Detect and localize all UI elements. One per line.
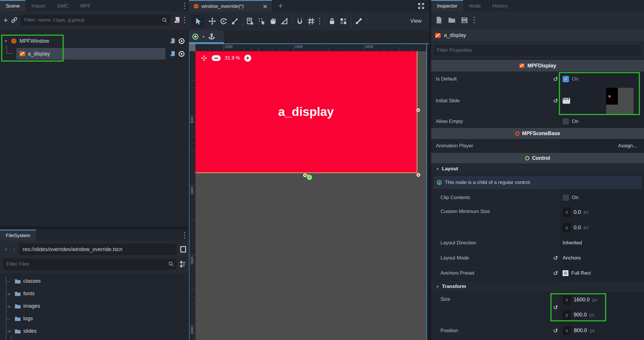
is-default-checkbox[interactable] (563, 76, 569, 82)
inspector-menu-icon[interactable] (473, 17, 475, 23)
visibility-eye-icon[interactable] (178, 38, 185, 44)
size-x-field[interactable]: x 1600.0 px (560, 292, 644, 307)
pan-tool-icon[interactable] (269, 17, 277, 25)
nav-back-icon[interactable]: ‹ (3, 245, 9, 253)
new-scene-tab-button[interactable]: + (272, 0, 289, 12)
initial-slide-thumbnail[interactable] (606, 88, 634, 114)
load-resource-folder-icon[interactable] (448, 16, 456, 24)
tab-mpf[interactable]: MPF (74, 0, 97, 11)
group-transform[interactable]: ▾ Transform (431, 281, 644, 292)
scene-tree: ▾ MPFWindow (0, 29, 189, 226)
revert-icon[interactable]: ↺ (553, 76, 558, 83)
revert-icon[interactable]: ↺ (553, 304, 558, 311)
new-resource-icon[interactable] (435, 16, 443, 24)
folder-row-classes[interactable]: classes (0, 275, 189, 287)
revert-icon[interactable]: ↺ (553, 255, 558, 262)
clip-contents-checkbox[interactable] (563, 194, 569, 201)
folder-row-images[interactable]: ▸ images (0, 300, 189, 312)
tab-inspector[interactable]: Inspector (431, 0, 463, 11)
tab-import[interactable]: Import (26, 0, 51, 11)
snap-options-menu-icon[interactable] (319, 18, 320, 24)
chevron-right-icon[interactable]: ▸ (7, 291, 12, 296)
visibility-eye-icon[interactable] (178, 51, 185, 57)
move-tool-icon[interactable] (208, 17, 216, 25)
revert-icon[interactable]: ↺ (553, 97, 558, 104)
assign-button[interactable]: Assign... (618, 143, 641, 149)
ruler-tool-icon[interactable] (281, 17, 288, 25)
canvas-area[interactable]: a_display 31.9 % (195, 51, 426, 340)
chevron-right-icon[interactable]: ▸ (7, 304, 12, 309)
zoom-in-button[interactable] (244, 55, 251, 62)
cms-x-field[interactable]: x 0.0 px (560, 205, 644, 220)
pivot-handle[interactable] (306, 174, 313, 180)
sort-files-icon[interactable] (179, 261, 186, 268)
chevron-down-icon[interactable]: ▾ (7, 329, 12, 334)
folder-row-logs[interactable]: logs (0, 312, 189, 325)
smart-snap-icon[interactable] (296, 17, 304, 25)
layout-mode-dropdown[interactable]: Anchors (560, 250, 644, 265)
bone-icon[interactable] (355, 17, 363, 25)
script-icon-blue[interactable] (170, 51, 176, 57)
zoom-controls: 31.9 % (201, 55, 251, 62)
chevron-down-icon[interactable]: ▾ (3, 39, 8, 43)
view-menu-button[interactable]: View (410, 18, 422, 24)
scene-tree-menu-icon[interactable] (184, 17, 185, 23)
detach-script-icon[interactable]: x (173, 16, 181, 24)
save-resource-icon[interactable] (461, 17, 468, 24)
rotate-tool-icon[interactable] (220, 17, 227, 25)
center-view-icon[interactable] (201, 55, 208, 62)
layout-direction-dropdown[interactable]: Inherited (560, 235, 644, 250)
scene-filter-input[interactable] (21, 15, 170, 26)
list-select-tool-icon[interactable] (247, 17, 254, 25)
current-path-field[interactable] (19, 244, 177, 255)
resize-handle-bottom-right[interactable] (417, 173, 420, 177)
inspector-tabbar: Inspector Node History (431, 0, 644, 11)
inspector-properties: MPFDisplay Is Default ↺ On Initial Slide… (431, 58, 644, 340)
folder-icon (15, 328, 21, 334)
selected-row-highlight[interactable]: a_display (16, 48, 165, 60)
folder-row-fonts[interactable]: ▸ fonts (0, 287, 189, 300)
chevron-down-icon[interactable]: ▾ (201, 34, 206, 39)
tab-history[interactable]: History (487, 0, 514, 11)
group-layout[interactable]: ▾ Layout (431, 163, 644, 174)
filesystem-menu-icon[interactable] (184, 232, 185, 239)
folder-row-slides[interactable]: ▾ slides (0, 325, 189, 337)
close-tab-icon[interactable]: × (263, 3, 268, 10)
tree-row-a-display[interactable]: a_display (0, 47, 189, 60)
folder-icon (15, 316, 21, 322)
lock-icon[interactable] (328, 17, 336, 25)
grid-snap-icon[interactable] (307, 17, 315, 25)
tree-row-mpfwindow[interactable]: ▾ MPFWindow (0, 35, 189, 47)
add-node-button[interactable]: + (3, 16, 8, 25)
snap-position-tool-icon[interactable] (258, 17, 265, 25)
nav-forward-icon[interactable]: › (11, 245, 17, 253)
tab-scene[interactable]: Scene (0, 0, 26, 11)
cms-y-field[interactable]: y 0.0 px (560, 220, 644, 235)
filter-files-input[interactable] (3, 258, 177, 270)
revert-icon[interactable]: ↺ (553, 327, 558, 334)
tab-filesystem[interactable]: FileSystem (0, 230, 36, 241)
tab-gmc[interactable]: GMC (51, 0, 74, 11)
zoom-out-button[interactable] (212, 55, 221, 61)
select-tool-button[interactable] (191, 15, 205, 28)
split-mode-icon[interactable] (180, 246, 186, 253)
anchors-preset-dropdown[interactable]: Full Rect (560, 266, 644, 280)
instance-scene-icon[interactable] (11, 17, 18, 24)
filter-properties-input[interactable] (434, 44, 642, 56)
tab-node[interactable]: Node (463, 0, 487, 11)
anchor-preset-icon[interactable] (192, 33, 199, 40)
group-icon[interactable] (340, 17, 347, 25)
expand-viewport-icon[interactable] (418, 3, 424, 9)
scale-tool-icon[interactable] (231, 17, 239, 25)
slide-resource-icon[interactable] (563, 98, 570, 104)
anchor-icon[interactable] (208, 33, 215, 40)
revert-icon[interactable]: ↺ (553, 270, 558, 277)
size-y-field[interactable]: y 900.0 px (560, 307, 644, 322)
mpf-display-node[interactable]: a_display (195, 51, 418, 173)
resize-handle-bottom[interactable] (303, 173, 307, 177)
allow-empty-checkbox[interactable] (563, 118, 569, 125)
resize-handle-right[interactable] (416, 108, 420, 112)
script-icon[interactable] (170, 38, 176, 44)
scene-tab-window-override[interactable]: window_override(*) × (189, 0, 272, 12)
scene-dock-menu-icon[interactable] (184, 3, 185, 9)
